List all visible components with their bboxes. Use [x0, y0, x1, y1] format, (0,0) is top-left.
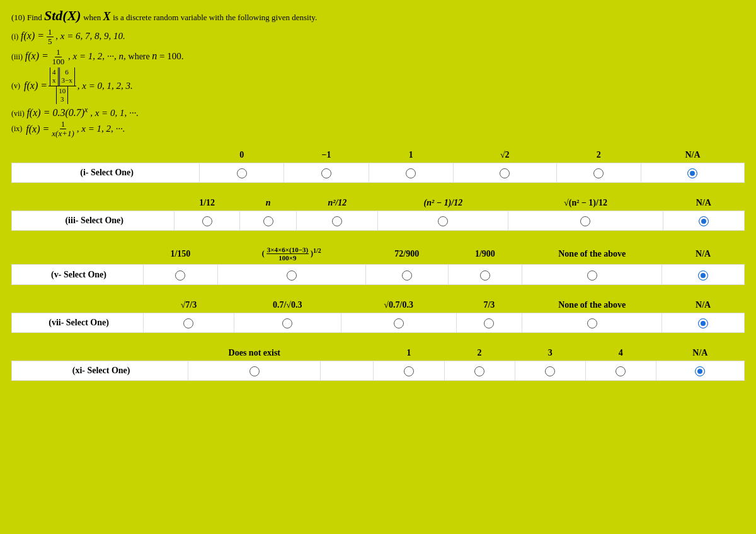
col-na-xi: N/A — [692, 348, 707, 357]
col-2-i: 2 — [597, 150, 601, 160]
answer-row-i: (i- Select One) — [12, 163, 745, 182]
radio-v-72-900[interactable] — [402, 270, 412, 281]
col-sqrt0-7-vii: √0.7/0.3 — [384, 300, 413, 310]
col-1-xi: 1 — [407, 348, 411, 357]
col-1-900-v: 1/900 — [475, 249, 495, 258]
radio-xi-2[interactable] — [474, 366, 484, 376]
radio-v-na[interactable] — [698, 270, 708, 281]
radio-xi-1[interactable] — [404, 366, 414, 376]
fraction-v: 4x 63−x 103 — [49, 67, 76, 104]
fraction-iii: 1 100 — [51, 48, 66, 67]
radio-iii-n[interactable] — [263, 216, 273, 226]
radio-xi-na[interactable] — [695, 366, 705, 376]
radio-i-neg1[interactable] — [321, 168, 331, 178]
radio-i-na[interactable] — [687, 168, 697, 178]
function-iii: (iii) f(x) = 1 100 , x = 1, 2, ···, n, w… — [11, 48, 745, 67]
table-v: 1/150 ( 3×4×6×(10−3) 100×9 )1/2 72/900 1… — [11, 243, 745, 285]
col-complex-v: ( 3×4×6×(10−3) 100×9 )1/2 — [262, 249, 321, 258]
fraction-ix: 1 x(x+1) — [50, 120, 75, 139]
radio-i-0[interactable] — [237, 168, 247, 178]
function-v: (v) f(x) = 4x 63−x 103 , x = 0, 1, 2, 3. — [11, 67, 745, 104]
col-sqrt7-3-vii: √7/3 — [181, 300, 197, 310]
radio-vii-0-7[interactable] — [282, 318, 292, 328]
table-i: 0 −1 1 √2 2 N/A (i- Select One) — [11, 148, 745, 183]
function-vii: (vii) f(x) = 0.3(0.7)x , x = 0, 1, ···. — [11, 105, 745, 119]
radio-vii-sqrt0-7[interactable] — [394, 318, 404, 328]
header-row-v: 1/150 ( 3×4×6×(10−3) 100×9 )1/2 72/900 1… — [12, 243, 745, 265]
col-n2-12-iii: n²/12 — [328, 198, 346, 207]
col-na-iii: N/A — [696, 198, 711, 207]
radio-vii-7-3[interactable] — [484, 318, 494, 328]
radio-vii-sqrt7-3[interactable] — [183, 318, 193, 328]
answer-row-v: (v- Select One) — [12, 265, 745, 284]
radio-v-none-above[interactable] — [587, 270, 597, 281]
radio-xi-3[interactable] — [545, 366, 555, 376]
radio-i-sqrt2[interactable] — [500, 168, 510, 178]
radio-v-1-900[interactable] — [480, 270, 490, 281]
points-label: (10) Find — [11, 13, 44, 22]
radio-vii-none-above[interactable] — [587, 318, 597, 328]
radio-i-1[interactable] — [406, 168, 416, 178]
header-row-iii: 1/12 n n²/12 (n² − 1)/12 √(n² − 1)/12 N/… — [12, 195, 745, 211]
col-none-above-v: None of the above — [558, 249, 626, 258]
when-label: when — [83, 13, 103, 22]
radio-iii-n2-12[interactable] — [332, 216, 342, 226]
header-row-xi: Does not exist 1 2 3 4 N/A — [12, 345, 745, 361]
answer-row-vii: (vii- Select One) — [12, 313, 745, 332]
col-n-iii: n — [266, 198, 271, 207]
table-iii: 1/12 n n²/12 (n² − 1)/12 √(n² − 1)/12 N/… — [11, 195, 745, 231]
radio-v-1-150[interactable] — [175, 270, 185, 281]
table-vii: √7/3 0.7/√0.3 √0.7/0.3 7/3 None of the a… — [11, 298, 745, 333]
radio-iii-n2-1-12[interactable] — [438, 216, 448, 226]
col-72-900-v: 72/900 — [394, 249, 419, 258]
col-0-7-vii: 0.7/√0.3 — [273, 300, 302, 310]
label-xi: (xi- Select One) — [12, 361, 188, 381]
col-1-150-v: 1/150 — [170, 249, 190, 258]
table-xi: Does not exist 1 2 3 4 N/A (xi- Select O… — [11, 345, 745, 381]
problem-header: (10) Find Std(X) when X is a discrete ra… — [11, 8, 745, 24]
label-iii: (iii- Select One) — [12, 211, 175, 230]
description-text: is a discrete random variable with the f… — [113, 13, 317, 22]
radio-iii-1-12[interactable] — [202, 216, 212, 226]
answer-row-xi: (xi- Select One) — [12, 361, 745, 381]
header-row-i: 0 −1 1 √2 2 N/A — [12, 148, 745, 163]
col-1-12-iii: 1/12 — [199, 198, 215, 207]
col-sqrt-iii: √(n² − 1)/12 — [564, 198, 607, 207]
col-sqrt2-i: √2 — [500, 150, 510, 160]
radio-xi-does-not-exist[interactable] — [249, 366, 260, 376]
x-var: X — [103, 10, 111, 23]
col-na-vii: N/A — [696, 300, 711, 310]
col-7-3-vii: 7/3 — [483, 300, 495, 310]
radio-iii-na[interactable] — [699, 216, 709, 226]
col-na-i: N/A — [685, 150, 700, 160]
col-does-not-exist-xi: Does not exist — [229, 348, 280, 357]
label-v: (v- Select One) — [12, 265, 144, 284]
radio-iii-sqrt[interactable] — [580, 216, 590, 226]
header-row-vii: √7/3 0.7/√0.3 √0.7/0.3 7/3 None of the a… — [12, 298, 745, 313]
col-0-i: 0 — [239, 150, 244, 160]
col-neg1-i: −1 — [321, 150, 331, 160]
col-4-xi: 4 — [619, 348, 623, 357]
col-3-xi: 3 — [548, 348, 553, 357]
col-n2-1-12-iii: (n² − 1)/12 — [424, 198, 463, 207]
col-2-xi: 2 — [478, 348, 482, 357]
answer-row-iii: (iii- Select One) — [12, 211, 745, 230]
radio-xi-4[interactable] — [616, 366, 626, 376]
std-formula: Std(X) — [44, 8, 81, 23]
radio-i-2[interactable] — [593, 168, 604, 178]
function-ix: (ix) f(x) = 1 x(x+1) , x = 1, 2, ···. — [11, 120, 745, 139]
col-na-v: N/A — [696, 249, 711, 258]
label-i: (i- Select One) — [12, 163, 200, 182]
fraction-i: 1 5 — [47, 28, 54, 47]
col-1-i: 1 — [409, 150, 413, 160]
label-vii: (vii- Select One) — [12, 313, 144, 332]
radio-vii-na[interactable] — [698, 318, 708, 328]
radio-v-complex[interactable] — [287, 270, 297, 281]
main-container: (10) Find Std(X) when X is a discrete ra… — [0, 0, 756, 387]
col-none-above-vii: None of the above — [558, 300, 626, 310]
function-i: (i) f(x) = 1 5 , x = 6, 7, 8, 9, 10. — [11, 28, 745, 47]
